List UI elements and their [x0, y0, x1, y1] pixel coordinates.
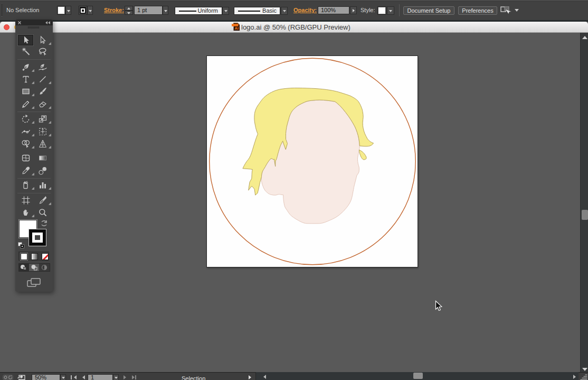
svg-text:Ai: Ai: [235, 26, 239, 31]
